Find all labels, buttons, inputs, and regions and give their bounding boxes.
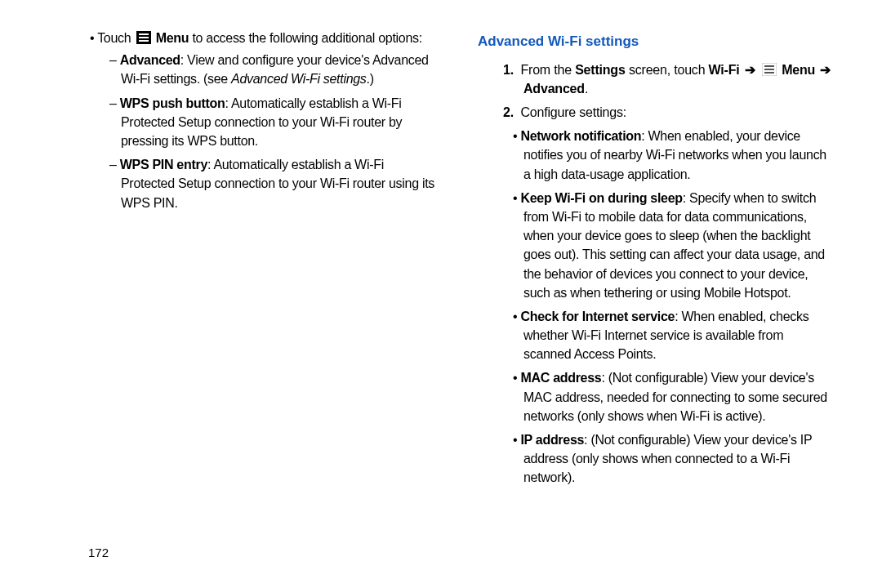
ip-bold: IP address	[520, 433, 584, 447]
page-content: • Touch Menu to access the following add…	[0, 0, 882, 568]
bullet-network-notification: • Network notification: When enabled, yo…	[478, 127, 833, 184]
adv-xref: Advanced Wi-Fi settings	[231, 72, 366, 86]
bullet-mac-address: • MAC address: (Not configurable) View y…	[478, 368, 833, 425]
svg-rect-2	[139, 37, 149, 38]
svg-rect-6	[764, 69, 774, 70]
advanced-bold: Advanced	[523, 82, 585, 96]
arrow-icon: ➔	[743, 63, 757, 77]
left-column: • Touch Menu to access the following add…	[74, 29, 461, 551]
svg-rect-7	[764, 72, 774, 74]
menu-icon	[136, 31, 151, 44]
right-column: Advanced Wi-Fi settings 1. From the Sett…	[461, 29, 849, 551]
text: Touch	[97, 31, 134, 45]
step-1: 1. From the Settings screen, touch Wi-Fi…	[478, 60, 833, 98]
svg-rect-3	[139, 40, 149, 42]
text: : Specify when to switch from Wi-Fi to m…	[523, 191, 825, 300]
settings-bold: Settings	[575, 63, 626, 77]
net-bold: Network notification	[520, 129, 641, 143]
step-2: 2. Configure settings:	[478, 103, 833, 122]
bullet-touch-menu: • Touch Menu to access the following add…	[74, 29, 437, 47]
svg-rect-5	[764, 65, 774, 67]
dash-wps-pin: – WPS PIN entry: Automatically establish…	[74, 155, 437, 212]
svg-rect-1	[139, 33, 149, 35]
check-bold: Check for Internet service	[520, 310, 675, 323]
keep-bold: Keep Wi-Fi on during sleep	[520, 191, 682, 205]
text: .)	[367, 72, 374, 86]
bullet-check-internet: • Check for Internet service: When enabl…	[478, 307, 833, 364]
step-number: 1.	[503, 63, 514, 77]
step-number: 2.	[503, 105, 514, 119]
bullet-keep-wifi-sleep: • Keep Wi-Fi on during sleep: Specify wh…	[478, 189, 833, 302]
menu-bold: Menu	[153, 31, 189, 45]
arrow-icon: ➔	[818, 63, 832, 77]
wps-pin-bold: WPS PIN entry	[120, 158, 207, 172]
wifi-bold: Wi-Fi	[709, 63, 740, 77]
text: Configure settings:	[520, 105, 626, 119]
menu-bold: Menu	[778, 63, 818, 77]
text: From the	[520, 63, 575, 77]
wps-push-bold: WPS push button	[120, 96, 225, 110]
text: screen, touch	[626, 63, 709, 77]
bullet-ip-address: • IP address: (Not configurable) View yo…	[478, 430, 833, 488]
text: .	[585, 82, 588, 96]
section-heading-advanced-wifi: Advanced Wi-Fi settings	[478, 32, 833, 52]
dash-advanced: – Advanced: View and configure your devi…	[74, 51, 437, 88]
menu-icon	[762, 63, 777, 76]
page-number: 172	[88, 546, 109, 559]
mac-bold: MAC address	[520, 371, 601, 385]
dash-wps-push: – WPS push button: Automatically establi…	[74, 94, 437, 151]
adv-bold: Advanced	[120, 53, 180, 67]
text: to access the following additional optio…	[189, 31, 422, 45]
